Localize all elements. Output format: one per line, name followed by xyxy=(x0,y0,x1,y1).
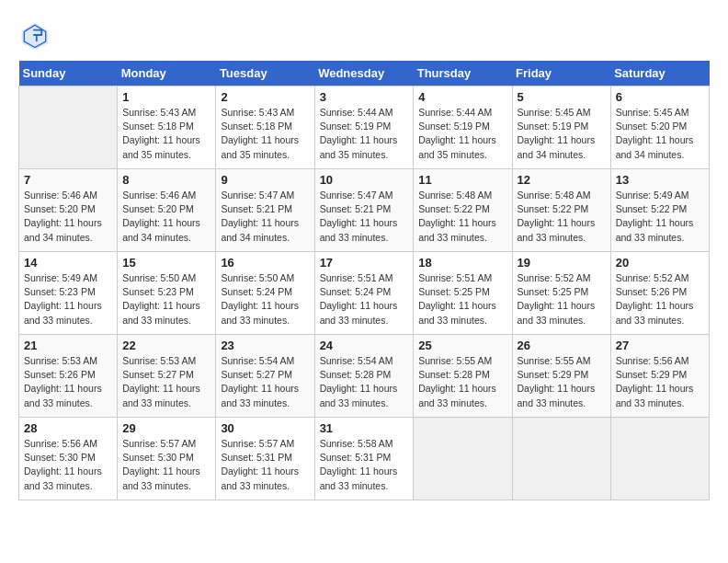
calendar-cell xyxy=(512,418,610,500)
calendar-cell: 18Sunrise: 5:51 AM Sunset: 5:25 PM Dayli… xyxy=(414,252,512,335)
day-info: Sunrise: 5:52 AM Sunset: 5:25 PM Dayligh… xyxy=(518,271,606,327)
day-number: 27 xyxy=(616,339,704,352)
calendar-cell: 29Sunrise: 5:57 AM Sunset: 5:30 PM Dayli… xyxy=(118,418,216,500)
day-number: 10 xyxy=(320,173,409,187)
week-row-5: 28Sunrise: 5:56 AM Sunset: 5:30 PM Dayli… xyxy=(19,418,710,500)
day-info: Sunrise: 5:54 AM Sunset: 5:27 PM Dayligh… xyxy=(221,354,309,410)
day-number: 15 xyxy=(122,256,210,270)
calendar-cell: 12Sunrise: 5:48 AM Sunset: 5:22 PM Dayli… xyxy=(512,169,610,252)
day-number: 6 xyxy=(616,90,704,104)
day-number: 24 xyxy=(320,339,409,352)
day-info: Sunrise: 5:45 AM Sunset: 5:19 PM Dayligh… xyxy=(518,106,606,162)
day-number: 12 xyxy=(518,173,606,187)
calendar-cell: 5Sunrise: 5:45 AM Sunset: 5:19 PM Daylig… xyxy=(512,86,610,169)
day-info: Sunrise: 5:46 AM Sunset: 5:20 PM Dayligh… xyxy=(24,189,112,245)
logo xyxy=(18,18,57,52)
day-info: Sunrise: 5:48 AM Sunset: 5:22 PM Dayligh… xyxy=(518,189,606,245)
calendar-cell: 14Sunrise: 5:49 AM Sunset: 5:23 PM Dayli… xyxy=(19,252,118,335)
day-info: Sunrise: 5:51 AM Sunset: 5:25 PM Dayligh… xyxy=(418,271,506,327)
calendar-cell: 15Sunrise: 5:50 AM Sunset: 5:23 PM Dayli… xyxy=(118,252,216,335)
day-number: 8 xyxy=(122,173,210,187)
page-header xyxy=(18,18,710,52)
day-info: Sunrise: 5:57 AM Sunset: 5:31 PM Dayligh… xyxy=(221,437,309,493)
week-row-1: 1Sunrise: 5:43 AM Sunset: 5:18 PM Daylig… xyxy=(19,86,710,169)
day-info: Sunrise: 5:47 AM Sunset: 5:21 PM Dayligh… xyxy=(221,189,309,245)
calendar-cell: 2Sunrise: 5:43 AM Sunset: 5:18 PM Daylig… xyxy=(216,86,314,169)
calendar-header-row: SundayMondayTuesdayWednesdayThursdayFrid… xyxy=(19,61,710,86)
calendar-cell xyxy=(610,418,709,500)
calendar-cell: 7Sunrise: 5:46 AM Sunset: 5:20 PM Daylig… xyxy=(19,169,118,252)
day-header-monday: Monday xyxy=(118,61,216,86)
calendar-cell: 31Sunrise: 5:58 AM Sunset: 5:31 PM Dayli… xyxy=(314,418,414,500)
calendar-cell: 21Sunrise: 5:53 AM Sunset: 5:26 PM Dayli… xyxy=(19,335,118,418)
day-header-tuesday: Tuesday xyxy=(216,61,314,86)
calendar-cell: 8Sunrise: 5:46 AM Sunset: 5:20 PM Daylig… xyxy=(118,169,216,252)
day-header-wednesday: Wednesday xyxy=(314,61,414,86)
day-info: Sunrise: 5:55 AM Sunset: 5:28 PM Dayligh… xyxy=(418,354,506,410)
day-info: Sunrise: 5:43 AM Sunset: 5:18 PM Dayligh… xyxy=(221,106,309,162)
day-header-sunday: Sunday xyxy=(19,61,118,86)
day-number: 23 xyxy=(221,339,309,352)
day-number: 22 xyxy=(122,339,210,352)
day-number: 14 xyxy=(24,256,112,270)
day-number: 4 xyxy=(418,90,506,104)
day-info: Sunrise: 5:52 AM Sunset: 5:26 PM Dayligh… xyxy=(616,271,704,327)
day-info: Sunrise: 5:49 AM Sunset: 5:23 PM Dayligh… xyxy=(24,271,112,327)
day-number: 30 xyxy=(221,421,309,435)
day-info: Sunrise: 5:57 AM Sunset: 5:30 PM Dayligh… xyxy=(122,437,210,493)
day-info: Sunrise: 5:56 AM Sunset: 5:30 PM Dayligh… xyxy=(24,437,112,493)
calendar-cell: 10Sunrise: 5:47 AM Sunset: 5:21 PM Dayli… xyxy=(314,169,414,252)
calendar-cell: 20Sunrise: 5:52 AM Sunset: 5:26 PM Dayli… xyxy=(610,252,709,335)
day-info: Sunrise: 5:54 AM Sunset: 5:28 PM Dayligh… xyxy=(320,354,409,410)
calendar-cell: 9Sunrise: 5:47 AM Sunset: 5:21 PM Daylig… xyxy=(216,169,314,252)
day-info: Sunrise: 5:58 AM Sunset: 5:31 PM Dayligh… xyxy=(320,437,409,493)
calendar-table: SundayMondayTuesdayWednesdayThursdayFrid… xyxy=(18,61,710,500)
day-number: 26 xyxy=(518,339,606,352)
day-info: Sunrise: 5:43 AM Sunset: 5:18 PM Dayligh… xyxy=(122,106,210,162)
calendar-cell: 16Sunrise: 5:50 AM Sunset: 5:24 PM Dayli… xyxy=(216,252,314,335)
calendar-cell: 22Sunrise: 5:53 AM Sunset: 5:27 PM Dayli… xyxy=(118,335,216,418)
calendar-cell: 27Sunrise: 5:56 AM Sunset: 5:29 PM Dayli… xyxy=(610,335,709,418)
calendar-cell: 25Sunrise: 5:55 AM Sunset: 5:28 PM Dayli… xyxy=(414,335,512,418)
calendar-cell: 1Sunrise: 5:43 AM Sunset: 5:18 PM Daylig… xyxy=(118,86,216,169)
day-info: Sunrise: 5:51 AM Sunset: 5:24 PM Dayligh… xyxy=(320,271,409,327)
day-number: 9 xyxy=(221,173,309,187)
day-number: 25 xyxy=(418,339,506,352)
week-row-4: 21Sunrise: 5:53 AM Sunset: 5:26 PM Dayli… xyxy=(19,335,710,418)
day-number: 1 xyxy=(122,90,210,104)
day-number: 20 xyxy=(616,256,704,270)
day-number: 16 xyxy=(221,256,309,270)
day-info: Sunrise: 5:50 AM Sunset: 5:24 PM Dayligh… xyxy=(221,271,309,327)
day-info: Sunrise: 5:47 AM Sunset: 5:21 PM Dayligh… xyxy=(320,189,409,245)
day-number: 17 xyxy=(320,256,409,270)
calendar-cell: 19Sunrise: 5:52 AM Sunset: 5:25 PM Dayli… xyxy=(512,252,610,335)
week-row-3: 14Sunrise: 5:49 AM Sunset: 5:23 PM Dayli… xyxy=(19,252,710,335)
day-number: 31 xyxy=(320,421,409,435)
svg-marker-0 xyxy=(22,23,49,51)
day-info: Sunrise: 5:56 AM Sunset: 5:29 PM Dayligh… xyxy=(616,354,704,410)
day-header-saturday: Saturday xyxy=(610,61,709,86)
calendar-cell: 24Sunrise: 5:54 AM Sunset: 5:28 PM Dayli… xyxy=(314,335,414,418)
day-info: Sunrise: 5:45 AM Sunset: 5:20 PM Dayligh… xyxy=(616,106,704,162)
day-number: 19 xyxy=(518,256,606,270)
calendar-cell: 26Sunrise: 5:55 AM Sunset: 5:29 PM Dayli… xyxy=(512,335,610,418)
day-info: Sunrise: 5:46 AM Sunset: 5:20 PM Dayligh… xyxy=(122,189,210,245)
day-header-friday: Friday xyxy=(512,61,610,86)
calendar-cell: 11Sunrise: 5:48 AM Sunset: 5:22 PM Dayli… xyxy=(414,169,512,252)
day-number: 21 xyxy=(24,339,112,352)
day-number: 28 xyxy=(24,421,112,435)
calendar-cell: 17Sunrise: 5:51 AM Sunset: 5:24 PM Dayli… xyxy=(314,252,414,335)
day-info: Sunrise: 5:44 AM Sunset: 5:19 PM Dayligh… xyxy=(320,106,409,162)
calendar-cell: 23Sunrise: 5:54 AM Sunset: 5:27 PM Dayli… xyxy=(216,335,314,418)
day-header-thursday: Thursday xyxy=(414,61,512,86)
day-info: Sunrise: 5:55 AM Sunset: 5:29 PM Dayligh… xyxy=(518,354,606,410)
calendar-cell xyxy=(414,418,512,500)
calendar-cell: 4Sunrise: 5:44 AM Sunset: 5:19 PM Daylig… xyxy=(414,86,512,169)
calendar-cell xyxy=(19,86,118,169)
day-info: Sunrise: 5:49 AM Sunset: 5:22 PM Dayligh… xyxy=(616,189,704,245)
calendar-cell: 13Sunrise: 5:49 AM Sunset: 5:22 PM Dayli… xyxy=(610,169,709,252)
day-number: 13 xyxy=(616,173,704,187)
week-row-2: 7Sunrise: 5:46 AM Sunset: 5:20 PM Daylig… xyxy=(19,169,710,252)
calendar-cell: 30Sunrise: 5:57 AM Sunset: 5:31 PM Dayli… xyxy=(216,418,314,500)
day-number: 18 xyxy=(418,256,506,270)
